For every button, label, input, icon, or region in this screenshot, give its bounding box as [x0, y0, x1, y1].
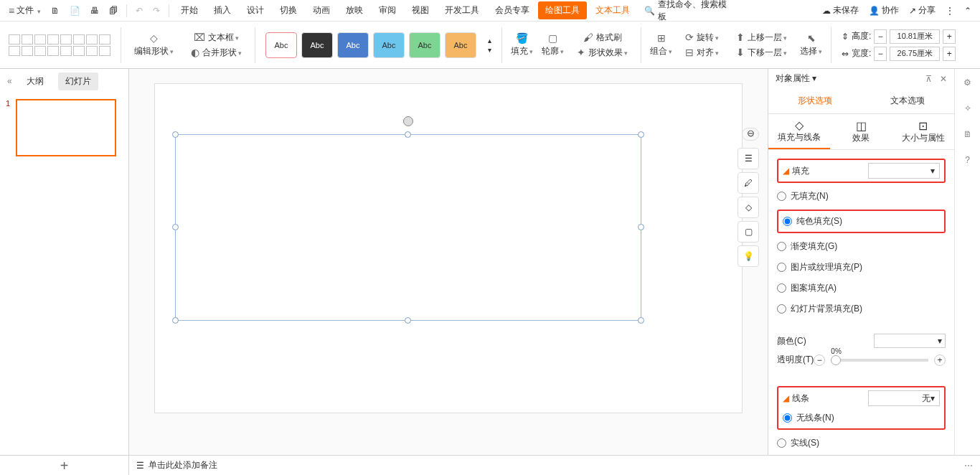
notes-area[interactable]: ☰ 单击此处添加备注: [129, 459, 225, 471]
fill-gradient-radio[interactable]: 渐变填充(G): [777, 239, 946, 254]
fill-section-title[interactable]: ◢ 填充: [783, 165, 809, 177]
group-button[interactable]: ⊞组合: [647, 31, 675, 59]
tab-animation[interactable]: 动画: [306, 1, 337, 19]
sidebar-help-icon[interactable]: ?: [960, 152, 976, 168]
slide-thumbnail-1[interactable]: 1: [0, 93, 128, 162]
rotate-button[interactable]: ⟳旋转: [682, 30, 722, 45]
rotate-handle[interactable]: [403, 116, 413, 126]
frame-tool-icon[interactable]: ▢: [738, 221, 759, 243]
tab-drawing-tools[interactable]: 绘图工具: [538, 1, 587, 19]
width-input[interactable]: [890, 47, 940, 61]
subtab-fill-line[interactable]: ◇填充与线条: [768, 114, 830, 149]
fill-slidebg-radio[interactable]: 幻灯片背景填充(B): [777, 301, 946, 316]
pin-icon[interactable]: ⊼: [925, 74, 932, 84]
resize-handle-mr[interactable]: [638, 224, 644, 230]
collab-button[interactable]: 👤协作: [864, 1, 903, 19]
slides-tab[interactable]: 幻灯片: [58, 72, 98, 90]
more-icon[interactable]: ⋮: [941, 3, 958, 19]
slide-canvas[interactable]: [154, 83, 743, 413]
tab-member[interactable]: 会员专享: [488, 1, 537, 19]
add-slide-button[interactable]: +: [0, 456, 129, 475]
fill-type-dropdown[interactable]: ▾: [868, 163, 940, 179]
next-style-icon[interactable]: ▾: [488, 46, 491, 54]
resize-handle-tr[interactable]: [638, 131, 644, 138]
unsaved-button[interactable]: ☁未保存: [818, 1, 863, 19]
brush-tool-icon[interactable]: 🖊: [738, 172, 759, 194]
opacity-slider[interactable]: 0%: [831, 359, 928, 362]
line-type-dropdown[interactable]: 无 ▾: [868, 390, 940, 406]
tab-home[interactable]: 开始: [174, 1, 205, 19]
swatch-2[interactable]: Abc: [301, 32, 333, 58]
line-solid-radio[interactable]: 实线(S): [777, 436, 946, 451]
line-none-radio[interactable]: 无线条(N): [783, 410, 940, 425]
swatch-1[interactable]: Abc: [265, 32, 297, 58]
resize-handle-ml[interactable]: [172, 224, 179, 230]
height-decrease[interactable]: −: [874, 29, 887, 44]
bulb-tool-icon[interactable]: 💡: [738, 245, 759, 267]
print-icon[interactable]: 🖶: [86, 3, 103, 19]
sidebar-settings-icon[interactable]: ⚙: [960, 75, 976, 90]
share-button[interactable]: ↗分享: [905, 1, 940, 19]
tab-transition[interactable]: 切换: [273, 1, 304, 19]
color-picker[interactable]: ▾: [874, 334, 946, 348]
shape-tool-icon[interactable]: ◇: [738, 197, 759, 218]
resize-handle-tm[interactable]: [405, 131, 411, 138]
preview-icon[interactable]: 🗐: [105, 3, 122, 19]
shapes-gallery[interactable]: [9, 34, 110, 56]
collapse-ribbon-icon[interactable]: ⌃: [960, 3, 976, 19]
subtab-size[interactable]: ⊡大小与属性: [892, 115, 954, 149]
redo-icon[interactable]: ↷: [149, 3, 164, 19]
tab-slideshow[interactable]: 放映: [339, 1, 370, 19]
tab-text-tools[interactable]: 文本工具: [588, 1, 637, 19]
menu-dots-icon[interactable]: ⋯: [964, 461, 973, 471]
prev-style-icon[interactable]: ▴: [488, 37, 491, 44]
line-section-title[interactable]: ◢ 线条: [783, 392, 809, 405]
resize-handle-bl[interactable]: [172, 317, 179, 324]
width-increase[interactable]: +: [943, 47, 956, 61]
height-input[interactable]: [890, 29, 940, 44]
search-input[interactable]: 🔍查找命令、搜索模板: [639, 0, 739, 26]
height-increase[interactable]: +: [943, 29, 956, 44]
layers-tool-icon[interactable]: ☰: [738, 148, 759, 169]
bring-forward-button[interactable]: ⬆上移一层: [733, 30, 790, 45]
swatch-6[interactable]: Abc: [445, 32, 476, 58]
file-menu-button[interactable]: ≡文件: [4, 1, 45, 19]
style-swatches[interactable]: Abc Abc Abc Abc Abc Abc: [265, 32, 476, 58]
textbox-button[interactable]: ⌧文本框: [191, 30, 242, 45]
sidebar-star-icon[interactable]: ✧: [960, 100, 976, 116]
fill-picture-radio[interactable]: 图片或纹理填充(P): [777, 260, 946, 275]
canvas-area[interactable]: ⊖ ☰ 🖊 ◇ ▢ 💡: [129, 69, 768, 455]
sidebar-doc-icon[interactable]: 🗎: [960, 126, 976, 142]
collapse-float-tools[interactable]: ⊖: [742, 128, 759, 141]
fill-none-radio[interactable]: 无填充(N): [777, 189, 946, 204]
save-as-icon[interactable]: 📄: [65, 3, 85, 19]
close-panel-icon[interactable]: ✕: [940, 74, 947, 84]
send-backward-button[interactable]: ⬇下移一层: [733, 45, 790, 60]
tab-design[interactable]: 设计: [240, 1, 271, 19]
opacity-decrease[interactable]: −: [814, 354, 825, 366]
resize-handle-bm[interactable]: [405, 317, 411, 324]
fill-button[interactable]: 🪣填充: [508, 31, 536, 59]
tab-insert[interactable]: 插入: [207, 1, 238, 19]
subtab-effect[interactable]: ◫效果: [830, 115, 892, 149]
opacity-increase[interactable]: +: [934, 354, 946, 366]
width-decrease[interactable]: −: [874, 47, 887, 61]
tab-devtools[interactable]: 开发工具: [438, 1, 486, 19]
resize-handle-tl[interactable]: [172, 131, 179, 138]
collapse-thumbs-icon[interactable]: «: [7, 76, 12, 86]
swatch-4[interactable]: Abc: [373, 32, 405, 58]
panel-tab-shape[interactable]: 形状选项: [768, 89, 862, 113]
tab-view[interactable]: 视图: [405, 1, 436, 19]
fill-pattern-radio[interactable]: 图案填充(A): [777, 281, 946, 296]
undo-icon[interactable]: ↶: [131, 3, 147, 19]
outline-tab[interactable]: 大纲: [19, 72, 51, 90]
select-button[interactable]: ⬉选择: [797, 31, 825, 59]
resize-handle-br[interactable]: [638, 317, 644, 324]
outline-button[interactable]: ▢轮廓: [539, 31, 567, 59]
merge-shape-button[interactable]: ◐合并形状: [188, 45, 245, 60]
fill-solid-radio[interactable]: 纯色填充(S): [783, 214, 940, 229]
panel-tab-text[interactable]: 文本选项: [862, 89, 955, 113]
align-button[interactable]: ⊟对齐: [682, 45, 722, 60]
tab-review[interactable]: 审阅: [372, 1, 403, 19]
format-painter-button[interactable]: 🖌格式刷: [580, 30, 625, 45]
